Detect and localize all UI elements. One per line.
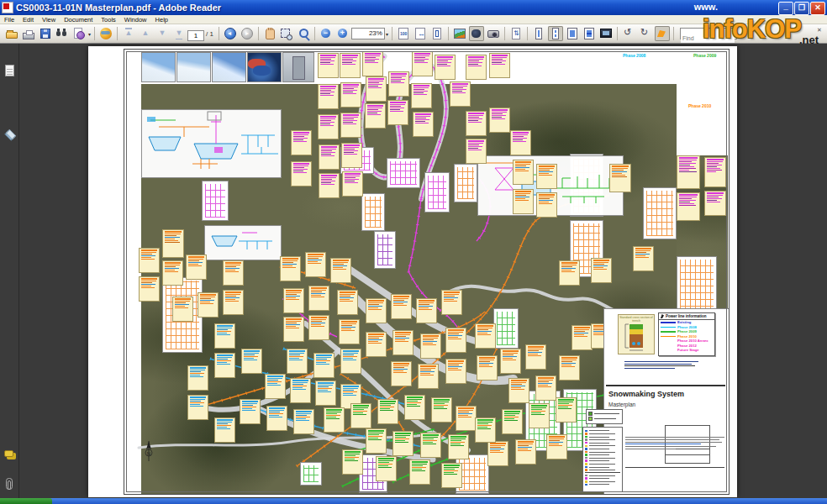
symbol-legend-row: [585, 483, 620, 486]
card-header: [679, 157, 698, 159]
card-text-line: [549, 440, 560, 441]
marquee-zoom-icon[interactable]: [279, 26, 294, 41]
save-icon[interactable]: [38, 26, 53, 41]
scroll-mode-icon[interactable]: [508, 26, 524, 41]
actual-size-icon[interactable]: [396, 26, 411, 41]
zoom-out-icon[interactable]: [319, 26, 334, 41]
full-screen-icon[interactable]: [598, 26, 614, 41]
pages-panel-icon[interactable]: [3, 64, 16, 77]
go-first-icon[interactable]: ▲: [121, 26, 136, 41]
card-text-line: [293, 136, 304, 137]
card-text-line: [407, 401, 418, 402]
single-page-icon[interactable]: [531, 26, 546, 41]
go-down-icon[interactable]: ▼: [155, 26, 170, 41]
go-last-icon[interactable]: ▼: [171, 26, 187, 41]
card-header: [165, 262, 181, 264]
minimize-button[interactable]: _: [778, 2, 793, 15]
hand-icon[interactable]: [262, 26, 277, 41]
card-text-line: [244, 358, 254, 359]
prev-view-icon[interactable]: [223, 26, 238, 41]
fit-width-icon[interactable]: [413, 26, 428, 41]
zoom-in-icon[interactable]: [335, 26, 350, 41]
menu-tools[interactable]: Tools: [97, 16, 120, 24]
card-text-line: [342, 64, 356, 65]
card-text-line: [635, 255, 645, 256]
annotation-card: [293, 409, 314, 434]
search-icon[interactable]: [55, 26, 70, 41]
continuous-icon[interactable]: [548, 26, 563, 41]
touchup-icon[interactable]: [655, 26, 670, 41]
card-text-line: [225, 271, 239, 272]
page-number-input[interactable]: [187, 26, 204, 41]
rotate-cw-icon[interactable]: [638, 26, 653, 41]
close-button[interactable]: ✕: [810, 2, 825, 15]
card-text-line: [452, 89, 466, 90]
taskbar[interactable]: [0, 498, 827, 504]
card-header: [452, 83, 468, 85]
page-number-field[interactable]: [187, 30, 204, 41]
card-text-line: [707, 161, 723, 162]
annotation-card: [404, 395, 425, 420]
card-text-line: [407, 404, 417, 405]
menu-edit[interactable]: Edit: [18, 16, 38, 24]
schematic-card: [387, 158, 420, 188]
share-dropdown-icon[interactable]: ▾: [88, 31, 91, 37]
attachments-panel-icon[interactable]: [3, 477, 16, 491]
card-text-line: [344, 150, 358, 151]
card-text-line: [293, 134, 308, 135]
layers-panel-icon[interactable]: [3, 126, 16, 139]
card-header: [282, 258, 298, 260]
card-text-line: [320, 88, 335, 89]
open-icon[interactable]: [4, 26, 19, 41]
card-text-line: [393, 369, 408, 370]
document-pane[interactable]: Standard cross section of trench Power l…: [19, 44, 827, 498]
rotate-ccw-icon[interactable]: [621, 26, 636, 41]
annotation-card: [416, 298, 437, 323]
card-text-line: [414, 89, 424, 90]
card-header: [434, 399, 450, 401]
next-view-icon[interactable]: [240, 26, 255, 41]
two-up-icon[interactable]: [565, 26, 580, 41]
card-text-line: [593, 262, 608, 263]
card-header: [395, 433, 411, 434]
card-text-line: [515, 169, 525, 170]
restore-button[interactable]: ❐: [794, 2, 809, 15]
fit-page-icon[interactable]: [429, 26, 445, 41]
toolbar-close-icon[interactable]: ✕: [815, 26, 824, 34]
threed-icon[interactable]: [469, 26, 484, 41]
card-text-line: [423, 339, 434, 340]
annotation-card: [420, 433, 441, 458]
zoom-level-input[interactable]: 23%: [351, 28, 385, 39]
menu-help[interactable]: Help: [151, 16, 172, 24]
start-button[interactable]: [0, 498, 52, 504]
card-text-line: [468, 62, 482, 63]
card-text-line: [141, 254, 152, 255]
menu-document[interactable]: Document: [60, 16, 97, 24]
title-rule: [606, 385, 725, 386]
card-text-line: [365, 60, 375, 61]
loupe-icon[interactable]: [296, 26, 311, 41]
snapshot-icon[interactable]: [486, 26, 501, 41]
annotation-card: [529, 403, 550, 428]
menu-view[interactable]: View: [38, 16, 60, 24]
picture-icon[interactable]: [452, 26, 467, 41]
print-icon[interactable]: [21, 26, 36, 41]
go-up-icon[interactable]: ▲: [138, 26, 153, 41]
menu-file[interactable]: File: [0, 16, 18, 24]
two-up-cont-icon[interactable]: [582, 26, 597, 41]
toolbar-separator: [258, 27, 259, 40]
collaborate-icon[interactable]: [98, 26, 113, 41]
menu-window[interactable]: Window: [120, 16, 151, 24]
card-text-line: [423, 437, 438, 438]
card-text-line: [538, 380, 553, 381]
card-header: [437, 56, 453, 58]
annotation-card: [556, 397, 577, 423]
share-icon[interactable]: [71, 26, 87, 41]
comments-panel-icon[interactable]: [3, 447, 16, 460]
card-text-line: [391, 76, 406, 76]
title-bar[interactable]: CS0003-11-01N Masterplan.pdf - Adobe Rea…: [0, 0, 827, 15]
zoom-dropdown-icon[interactable]: ▾: [386, 31, 388, 37]
annotation-card: [340, 349, 361, 374]
card-text-line: [679, 166, 694, 167]
card-text-line: [444, 470, 458, 471]
